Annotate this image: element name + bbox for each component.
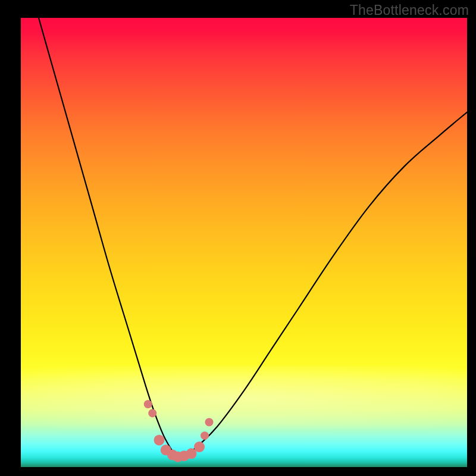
marker-group — [144, 400, 214, 462]
curve-marker — [154, 435, 165, 446]
curve-layer — [21, 18, 467, 467]
chart-frame: TheBottleneck.com — [0, 0, 476, 476]
curve-marker — [205, 418, 214, 427]
curve-marker — [144, 400, 152, 408]
plot-area — [21, 18, 467, 467]
watermark-text: TheBottleneck.com — [350, 2, 469, 18]
curve-marker — [201, 431, 209, 440]
curve-marker — [194, 441, 205, 452]
curve-marker — [148, 409, 156, 417]
bottleneck-curve — [39, 18, 467, 457]
